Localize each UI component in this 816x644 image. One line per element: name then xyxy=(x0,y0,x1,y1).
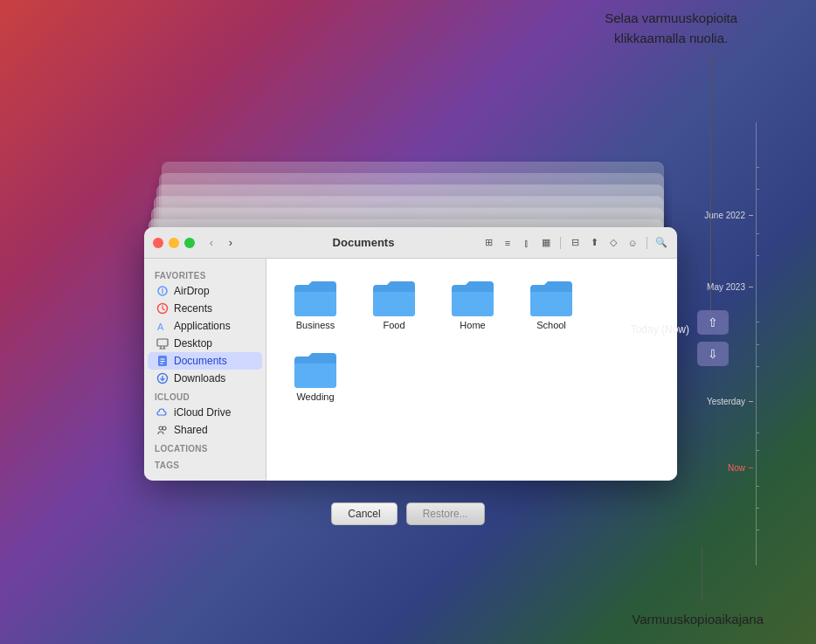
folder-home-label: Home xyxy=(460,320,485,330)
tm-arrow-down[interactable]: ⇩ xyxy=(697,342,729,366)
tick-2 xyxy=(757,189,759,190)
sidebar-section-tags: Tags xyxy=(144,455,266,472)
tm-current-label: Today (Now) xyxy=(631,323,689,336)
annotation-bottom: Varmuuskopioaikajana xyxy=(632,612,764,627)
sidebar-item-applications[interactable]: A Applications xyxy=(148,317,262,335)
window-controls xyxy=(153,238,195,248)
icon-list[interactable]: ≡ xyxy=(501,236,515,250)
sidebar-icloud-drive-label: iCloud Drive xyxy=(174,406,231,419)
icon-share[interactable]: ⬆ xyxy=(587,236,601,250)
folder-wedding[interactable]: Wedding xyxy=(280,344,350,407)
separator2 xyxy=(647,237,647,249)
folder-school[interactable]: School xyxy=(516,273,586,336)
separator xyxy=(560,237,561,249)
cancel-button[interactable]: Cancel xyxy=(331,502,397,525)
timeline-label-may2023: May 2023 xyxy=(707,282,745,292)
icon-emoji[interactable]: ☺ xyxy=(626,236,640,250)
finder-window: ‹ › Documents ⊞ ≡ ⫿ ▦ ⊟ ⬆ ◇ ☺ 🔍 Favorite… xyxy=(144,227,677,481)
icon-group[interactable]: ⊟ xyxy=(568,236,582,250)
annotation-line-top xyxy=(710,52,711,323)
window-title: Documents xyxy=(245,236,481,249)
sidebar-section-locations: Locations xyxy=(144,439,266,455)
sidebar-item-airdrop[interactable]: AirDrop xyxy=(148,282,262,300)
finder-buttons: Cancel Restore... xyxy=(0,502,816,525)
timeline-tick-now xyxy=(749,467,753,468)
annotation-top: Selaa varmuuskopioita klikkaamalla nuoli… xyxy=(605,9,737,48)
svg-rect-6 xyxy=(157,339,168,346)
airdrop-icon xyxy=(156,285,169,297)
finder-content: Business Food xyxy=(266,259,677,481)
tick-9 xyxy=(757,450,759,451)
tick-7 xyxy=(757,366,759,367)
titlebar-nav: ‹ › xyxy=(204,235,239,251)
icon-tag[interactable]: ◇ xyxy=(606,236,620,250)
folder-home[interactable]: Home xyxy=(438,273,508,336)
svg-point-16 xyxy=(159,426,163,430)
folder-wedding-label: Wedding xyxy=(296,391,334,402)
tick-8 xyxy=(757,433,759,433)
sidebar-section-favorites: Favorites xyxy=(144,266,266,282)
icon-grid[interactable]: ⊞ xyxy=(481,236,495,250)
sidebar-item-shared[interactable]: Shared xyxy=(148,421,262,439)
icon-gallery[interactable]: ▦ xyxy=(539,236,553,250)
sidebar-section-icloud: iCloud xyxy=(144,387,266,404)
tick-11 xyxy=(757,508,759,509)
applications-icon: A xyxy=(156,320,169,332)
sidebar-item-recents[interactable]: Recents xyxy=(148,300,262,317)
sidebar-applications-label: Applications xyxy=(174,320,231,332)
icon-columns[interactable]: ⫿ xyxy=(520,236,534,250)
tick-12 xyxy=(757,530,759,530)
downloads-icon xyxy=(156,372,169,384)
folder-icon-home xyxy=(450,278,495,316)
timeline-entry-may2023[interactable]: May 2023 xyxy=(707,282,753,292)
finder-body: Favorites AirDrop Recents A Applications xyxy=(144,259,677,481)
documents-icon xyxy=(156,355,169,367)
sidebar-shared-label: Shared xyxy=(174,424,208,436)
finder-titlebar: ‹ › Documents ⊞ ≡ ⫿ ▦ ⊟ ⬆ ◇ ☺ 🔍 xyxy=(144,227,677,259)
timeline-tick-june2022 xyxy=(749,215,753,216)
icloud-drive-icon xyxy=(156,406,169,419)
tm-navigation-arrows: ⇧ ⇩ xyxy=(697,310,729,366)
sidebar-item-downloads[interactable]: Downloads xyxy=(148,370,262,387)
folder-business[interactable]: Business xyxy=(280,273,350,336)
tick-4 xyxy=(757,255,759,256)
folder-icon-wedding xyxy=(293,350,338,388)
tick-6 xyxy=(757,344,759,345)
folder-school-label: School xyxy=(536,320,566,330)
sidebar-item-documents[interactable]: Documents xyxy=(148,352,262,370)
sidebar-item-desktop[interactable]: Desktop xyxy=(148,335,262,352)
maximize-button[interactable] xyxy=(184,238,195,248)
forward-arrow[interactable]: › xyxy=(223,235,239,251)
folder-business-label: Business xyxy=(296,320,335,330)
timeline-label-now: Now xyxy=(728,463,745,473)
tick-3 xyxy=(757,233,759,234)
timeline-tick-yesterday xyxy=(749,401,753,402)
folder-icon-school xyxy=(529,278,574,316)
timeline-entry-now[interactable]: Now xyxy=(728,463,753,473)
folder-icon-food xyxy=(371,278,417,316)
svg-text:A: A xyxy=(157,322,164,332)
tick-5 xyxy=(757,322,759,322)
annotation-line-bottom xyxy=(702,548,702,600)
tm-arrow-up[interactable]: ⇧ xyxy=(697,310,729,335)
timeline-label-yesterday: Yesterday xyxy=(707,397,745,406)
back-arrow[interactable]: ‹ xyxy=(204,235,219,251)
sidebar-item-icloud-drive[interactable]: iCloud Drive xyxy=(148,404,262,421)
sidebar-recents-label: Recents xyxy=(174,302,212,315)
tick-10 xyxy=(757,486,759,487)
desktop-icon xyxy=(156,337,169,350)
shared-icon xyxy=(156,424,169,436)
sidebar-desktop-label: Desktop xyxy=(174,337,212,350)
folder-icon-business xyxy=(293,278,338,316)
timeline-entry-june2022[interactable]: June 2022 xyxy=(704,211,753,220)
close-button[interactable] xyxy=(153,238,163,248)
toolbar-icons: ⊞ ≡ ⫿ ▦ ⊟ ⬆ ◇ ☺ 🔍 xyxy=(481,236,668,250)
timeline-entry-yesterday[interactable]: Yesterday xyxy=(707,397,753,406)
tick-1 xyxy=(757,167,759,168)
folder-food[interactable]: Food xyxy=(359,273,429,336)
icon-search[interactable]: 🔍 xyxy=(654,236,668,250)
minimize-button[interactable] xyxy=(169,238,179,248)
timeline-tick-may2023 xyxy=(749,287,753,287)
recents-icon xyxy=(156,302,169,315)
restore-button[interactable]: Restore... xyxy=(406,502,485,525)
